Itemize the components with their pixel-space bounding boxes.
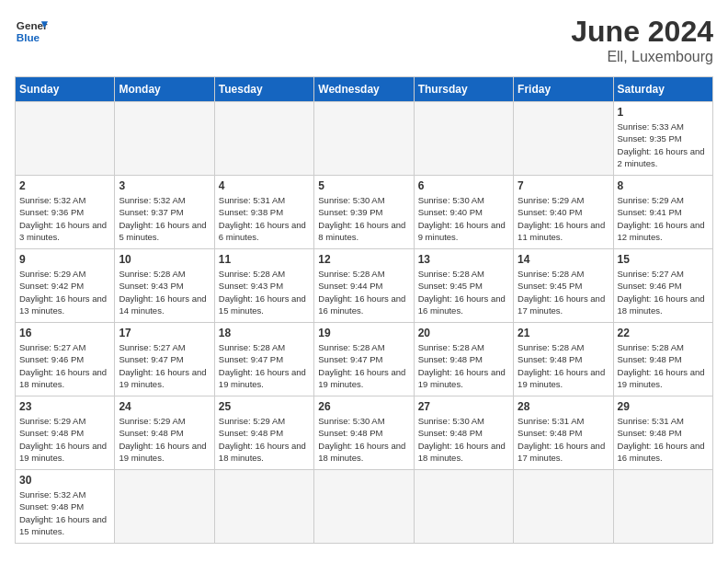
- day-info: Sunrise: 5:28 AMSunset: 9:45 PMDaylight:…: [418, 268, 509, 316]
- calendar-day-cell: 18Sunrise: 5:28 AMSunset: 9:47 PMDayligh…: [214, 323, 313, 396]
- calendar-day-cell: 19Sunrise: 5:28 AMSunset: 9:47 PMDayligh…: [314, 323, 414, 396]
- calendar-day-cell: 2Sunrise: 5:32 AMSunset: 9:36 PMDaylight…: [16, 176, 115, 249]
- day-info: Sunrise: 5:28 AMSunset: 9:47 PMDaylight:…: [318, 341, 409, 390]
- day-info: Sunrise: 5:30 AMSunset: 9:48 PMDaylight:…: [418, 415, 509, 464]
- calendar-day-cell: [115, 102, 214, 176]
- calendar-week-row: 9Sunrise: 5:29 AMSunset: 9:42 PMDaylight…: [16, 249, 713, 323]
- calendar-day-cell: 21Sunrise: 5:28 AMSunset: 9:48 PMDayligh…: [514, 323, 613, 396]
- calendar-day-cell: [214, 102, 313, 176]
- day-info: Sunrise: 5:28 AMSunset: 9:48 PMDaylight:…: [618, 341, 709, 390]
- calendar-week-row: 23Sunrise: 5:29 AMSunset: 9:48 PMDayligh…: [16, 396, 713, 470]
- day-number: 28: [518, 400, 609, 413]
- weekday-header-sunday: Sunday: [16, 77, 115, 102]
- day-info: Sunrise: 5:30 AMSunset: 9:40 PMDaylight:…: [418, 194, 509, 243]
- calendar-day-cell: 17Sunrise: 5:27 AMSunset: 9:47 PMDayligh…: [115, 323, 214, 396]
- calendar-day-cell: 5Sunrise: 5:30 AMSunset: 9:39 PMDaylight…: [314, 176, 414, 249]
- day-number: 17: [119, 327, 210, 339]
- day-info: Sunrise: 5:31 AMSunset: 9:48 PMDaylight:…: [618, 415, 709, 464]
- day-info: Sunrise: 5:29 AMSunset: 9:48 PMDaylight:…: [119, 415, 210, 464]
- calendar-day-cell: 11Sunrise: 5:28 AMSunset: 9:43 PMDayligh…: [214, 249, 313, 323]
- day-number: 25: [219, 400, 310, 413]
- day-info: Sunrise: 5:33 AMSunset: 9:35 PMDaylight:…: [618, 121, 709, 169]
- day-number: 9: [19, 253, 110, 266]
- calendar-day-cell: [214, 470, 313, 544]
- weekday-header-wednesday: Wednesday: [314, 77, 414, 102]
- day-number: 27: [418, 400, 509, 413]
- day-info: Sunrise: 5:29 AMSunset: 9:48 PMDaylight:…: [219, 415, 310, 464]
- day-info: Sunrise: 5:30 AMSunset: 9:39 PMDaylight:…: [318, 194, 409, 243]
- day-number: 2: [19, 179, 110, 192]
- weekday-header-thursday: Thursday: [414, 77, 513, 102]
- calendar-day-cell: 3Sunrise: 5:32 AMSunset: 9:37 PMDaylight…: [115, 176, 214, 249]
- day-number: 15: [618, 253, 709, 266]
- calendar-day-cell: 15Sunrise: 5:27 AMSunset: 9:46 PMDayligh…: [613, 249, 712, 323]
- month-year-title: June 2024: [571, 15, 713, 49]
- day-info: Sunrise: 5:31 AMSunset: 9:38 PMDaylight:…: [219, 194, 310, 243]
- calendar-day-cell: 25Sunrise: 5:29 AMSunset: 9:48 PMDayligh…: [214, 396, 313, 470]
- day-number: 29: [618, 400, 709, 413]
- calendar-day-cell: [514, 102, 613, 176]
- calendar-day-cell: [414, 470, 513, 544]
- day-number: 5: [318, 179, 409, 192]
- day-number: 10: [119, 253, 210, 266]
- day-number: 30: [19, 474, 110, 487]
- day-number: 11: [219, 253, 310, 266]
- day-number: 6: [418, 179, 509, 192]
- calendar-day-cell: 26Sunrise: 5:30 AMSunset: 9:48 PMDayligh…: [314, 396, 414, 470]
- day-number: 18: [219, 327, 310, 339]
- calendar-day-cell: 24Sunrise: 5:29 AMSunset: 9:48 PMDayligh…: [115, 396, 214, 470]
- day-info: Sunrise: 5:28 AMSunset: 9:45 PMDaylight:…: [518, 268, 609, 316]
- day-info: Sunrise: 5:31 AMSunset: 9:48 PMDaylight:…: [518, 415, 609, 464]
- calendar-day-cell: 22Sunrise: 5:28 AMSunset: 9:48 PMDayligh…: [613, 323, 712, 396]
- calendar-day-cell: [115, 470, 214, 544]
- day-info: Sunrise: 5:27 AMSunset: 9:46 PMDaylight:…: [19, 341, 110, 390]
- day-info: Sunrise: 5:27 AMSunset: 9:47 PMDaylight:…: [119, 341, 210, 390]
- calendar-day-cell: 10Sunrise: 5:28 AMSunset: 9:43 PMDayligh…: [115, 249, 214, 323]
- weekday-header-monday: Monday: [115, 77, 214, 102]
- calendar-day-cell: 6Sunrise: 5:30 AMSunset: 9:40 PMDaylight…: [414, 176, 513, 249]
- day-info: Sunrise: 5:29 AMSunset: 9:48 PMDaylight:…: [19, 415, 110, 464]
- logo: General Blue: [15, 15, 48, 48]
- calendar-day-cell: 29Sunrise: 5:31 AMSunset: 9:48 PMDayligh…: [613, 396, 712, 470]
- calendar-day-cell: 14Sunrise: 5:28 AMSunset: 9:45 PMDayligh…: [514, 249, 613, 323]
- weekday-header-tuesday: Tuesday: [214, 77, 313, 102]
- calendar-day-cell: 28Sunrise: 5:31 AMSunset: 9:48 PMDayligh…: [514, 396, 613, 470]
- day-info: Sunrise: 5:28 AMSunset: 9:43 PMDaylight:…: [119, 268, 210, 316]
- header: General Blue June 2024 Ell, Luxembourg: [15, 15, 713, 65]
- calendar-day-cell: 8Sunrise: 5:29 AMSunset: 9:41 PMDaylight…: [613, 176, 712, 249]
- day-number: 22: [618, 327, 709, 339]
- day-number: 24: [119, 400, 210, 413]
- calendar-day-cell: 1Sunrise: 5:33 AMSunset: 9:35 PMDaylight…: [613, 102, 712, 176]
- svg-text:Blue: Blue: [17, 31, 40, 43]
- location-subtitle: Ell, Luxembourg: [571, 49, 713, 65]
- day-number: 14: [518, 253, 609, 266]
- calendar-week-row: 1Sunrise: 5:33 AMSunset: 9:35 PMDaylight…: [16, 102, 713, 176]
- day-number: 13: [418, 253, 509, 266]
- calendar-day-cell: [414, 102, 513, 176]
- weekday-header-friday: Friday: [514, 77, 613, 102]
- weekday-header-saturday: Saturday: [613, 77, 712, 102]
- calendar-day-cell: 27Sunrise: 5:30 AMSunset: 9:48 PMDayligh…: [414, 396, 513, 470]
- day-number: 26: [318, 400, 409, 413]
- day-info: Sunrise: 5:32 AMSunset: 9:48 PMDaylight:…: [19, 488, 110, 537]
- calendar-day-cell: [314, 102, 414, 176]
- calendar-day-cell: 4Sunrise: 5:31 AMSunset: 9:38 PMDaylight…: [214, 176, 313, 249]
- day-info: Sunrise: 5:27 AMSunset: 9:46 PMDaylight:…: [618, 268, 709, 316]
- day-info: Sunrise: 5:30 AMSunset: 9:48 PMDaylight:…: [318, 415, 409, 464]
- calendar-day-cell: 30Sunrise: 5:32 AMSunset: 9:48 PMDayligh…: [16, 470, 115, 544]
- day-number: 7: [518, 179, 609, 192]
- day-number: 12: [318, 253, 409, 266]
- day-number: 19: [318, 327, 409, 339]
- calendar-week-row: 2Sunrise: 5:32 AMSunset: 9:36 PMDaylight…: [16, 176, 713, 249]
- day-number: 23: [19, 400, 110, 413]
- day-number: 3: [119, 179, 210, 192]
- day-number: 21: [518, 327, 609, 339]
- title-block: June 2024 Ell, Luxembourg: [571, 15, 713, 65]
- calendar-day-cell: [314, 470, 414, 544]
- day-info: Sunrise: 5:28 AMSunset: 9:48 PMDaylight:…: [518, 341, 609, 390]
- day-number: 20: [418, 327, 509, 339]
- day-number: 16: [19, 327, 110, 339]
- weekday-header-row: SundayMondayTuesdayWednesdayThursdayFrid…: [16, 77, 713, 102]
- calendar-day-cell: [613, 470, 712, 544]
- calendar-day-cell: [514, 470, 613, 544]
